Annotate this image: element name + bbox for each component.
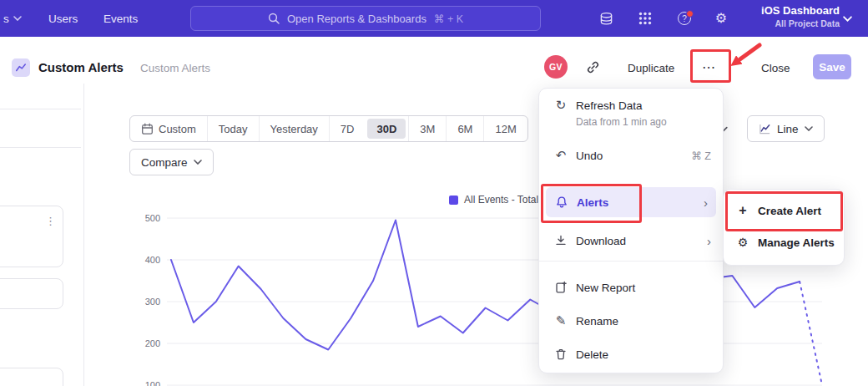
undo-shortcut: ⌘ Z (691, 150, 711, 162)
global-search-input[interactable]: Open Reports & Dashboards ⌘ + K (190, 6, 541, 31)
menu-item-new-report[interactable]: New Report (539, 272, 723, 302)
sidebar-separator (0, 147, 81, 148)
refresh-icon: ↻ (553, 98, 568, 113)
svg-text:400: 400 (145, 255, 160, 265)
submenu-arrow-icon: › (707, 235, 711, 247)
bell-icon (554, 196, 569, 209)
settings-gear-icon[interactable]: ⚙ (714, 11, 729, 26)
search-placeholder: Open Reports & Dashboards (287, 13, 426, 25)
kebab-menu-icon[interactable]: ⋮ (45, 215, 56, 227)
nav-events-label: Events (103, 13, 138, 25)
refresh-data-age: Data from 1 min ago (576, 116, 667, 128)
chevron-down-icon (13, 16, 22, 21)
gear-icon: ⚙ (735, 236, 750, 249)
range-yesterday[interactable]: Yesterday (259, 116, 329, 141)
nav-item-users[interactable]: Users (48, 0, 78, 37)
submenu-item-manage-alerts[interactable]: ⚙ Manage Alerts (729, 226, 839, 258)
chart-type-button[interactable]: Line (747, 115, 825, 142)
sidebar-card[interactable] (0, 368, 63, 386)
sidebar-card[interactable]: ⋮ (0, 206, 63, 267)
svg-text:200: 200 (145, 338, 160, 348)
menu-item-delete[interactable]: Delete (539, 339, 723, 369)
svg-text:100: 100 (145, 380, 160, 386)
chevron-down-icon (194, 160, 202, 165)
sidebar-separator (0, 109, 81, 109)
save-button[interactable]: Save (813, 54, 851, 79)
range-6m[interactable]: 6M (446, 116, 483, 141)
close-button[interactable]: Close (761, 62, 790, 74)
page-title: Custom Alerts (38, 60, 124, 74)
svg-text:500: 500 (145, 213, 160, 223)
menu-item-refresh-data[interactable]: ↻ Refresh Data (539, 95, 723, 115)
nav-item-partial[interactable]: s (3, 0, 22, 37)
data-management-icon[interactable] (598, 11, 613, 26)
report-toolbar: Custom Alerts Custom Alerts GV Duplicate… (0, 37, 868, 84)
help-icon[interactable]: ? (677, 11, 692, 26)
search-icon (268, 13, 280, 24)
submenu-item-create-alert[interactable]: + Create Alert (729, 195, 839, 226)
app-screen: s Users Events Open Reports & Dashboards… (0, 0, 868, 386)
sidebar-divider (83, 84, 84, 386)
project-title: iOS Dashboard (761, 4, 840, 17)
menu-item-rename[interactable]: ✎ Rename (539, 306, 723, 336)
project-chevron-down-icon[interactable] (843, 16, 852, 22)
help-question-glyph: ? (678, 12, 691, 25)
notification-dot (686, 10, 694, 18)
project-subtitle: All Project Data (761, 18, 840, 28)
svg-text:300: 300 (145, 297, 160, 307)
undo-icon: ↶ (553, 148, 568, 163)
duplicate-button[interactable]: Duplicate (628, 62, 674, 74)
chevron-down-icon (805, 126, 813, 131)
avatar[interactable]: GV (544, 55, 568, 79)
range-3m[interactable]: 3M (408, 116, 446, 141)
line-chart-icon (759, 123, 771, 135)
breadcrumb[interactable]: Custom Alerts (140, 62, 210, 74)
pencil-icon: ✎ (553, 313, 568, 328)
range-30d-selected[interactable]: 30D (367, 119, 406, 139)
plus-icon: + (735, 203, 750, 218)
range-today[interactable]: Today (207, 116, 259, 141)
menu-item-download[interactable]: Download › (539, 226, 723, 256)
calendar-icon (141, 123, 154, 135)
copy-link-icon[interactable] (586, 60, 600, 74)
report-options-menu: ↻ Refresh Data Data from 1 min ago ↶ Und… (538, 88, 724, 373)
top-nav: s Users Events Open Reports & Dashboards… (0, 0, 868, 37)
menu-item-undo[interactable]: ↶ Undo ⌘ Z (539, 140, 723, 170)
submenu-arrow-icon: › (704, 196, 708, 209)
date-range-control: Custom Today Yesterday 7D 30D 3M 6M 12M (129, 115, 528, 142)
trash-icon (553, 348, 568, 361)
more-options-button[interactable]: ⋯ (694, 54, 724, 79)
nav-partial-label: s (3, 13, 9, 25)
sidebar-card[interactable] (0, 278, 63, 309)
range-12m[interactable]: 12M (483, 116, 527, 141)
new-report-icon (553, 281, 568, 294)
nav-users-label: Users (48, 13, 78, 25)
project-switcher[interactable]: iOS Dashboard All Project Data (761, 4, 840, 28)
alerts-submenu: + Create Alert ⚙ Manage Alerts (723, 189, 845, 266)
search-shortcut: ⌘ + K (434, 13, 463, 25)
menu-divider (539, 261, 723, 262)
apps-grid-icon[interactable] (638, 11, 653, 26)
download-icon (553, 234, 568, 247)
range-custom[interactable]: Custom (130, 116, 207, 141)
range-7d[interactable]: 7D (329, 116, 366, 141)
report-type-icon (12, 58, 30, 77)
nav-item-events[interactable]: Events (103, 0, 138, 37)
compare-button[interactable]: Compare (129, 149, 214, 175)
menu-item-alerts[interactable]: Alerts › (546, 187, 716, 217)
